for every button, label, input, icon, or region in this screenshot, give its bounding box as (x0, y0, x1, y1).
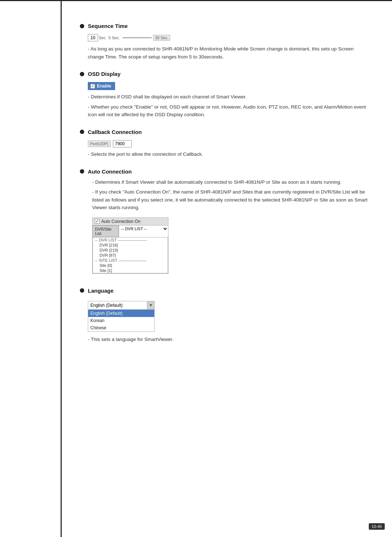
language-dropdown-row: ▼ (88, 301, 155, 310)
auto-connection-desc2: - If you check "Auto Connection On", the… (92, 188, 370, 212)
auto-connection-desc1: - Determines if Smart Viewer shall be au… (92, 178, 370, 186)
dvr-site-dropdown-container: -- DVR LIST -- (119, 225, 168, 237)
dvr-site-list-header: DVR/Site List -- DVR LIST -- (93, 225, 168, 237)
sequence-time-desc: - As long as you are connected to SHR-40… (88, 45, 370, 61)
sequence-time-slider[interactable] (123, 37, 152, 38)
callback-connection-title: Callback Connection (88, 129, 142, 135)
bullet-osd-display (80, 72, 84, 76)
osd-display-desc1: - Determines if OSD shall be displayed o… (88, 93, 370, 101)
osd-display-body: ✓ Enable - Determines if OSD shall be di… (88, 81, 370, 119)
dvr-site-dropdown[interactable]: -- DVR LIST -- (119, 225, 168, 232)
sequence-time-input[interactable] (88, 34, 98, 41)
dvr-site-label: DVR/Site List (93, 225, 119, 237)
osd-enable-checkbox-widget[interactable]: ✓ Enable (88, 82, 115, 90)
language-options: English (Default) Korean Chinese (88, 310, 155, 332)
dvr-list-item-site-1[interactable]: Site [1] (93, 268, 168, 273)
port-widget: Port(UDP) (88, 140, 132, 147)
main-content: Sequence Time Sec 5 Sec. 30 Sec. - As lo… (62, 0, 392, 537)
bullet-sequence-time (80, 24, 84, 28)
left-border (0, 0, 62, 537)
osd-display-desc2: - Whether you check "Enable" or not, OSD… (88, 103, 370, 119)
page-badge: 10-46 (369, 523, 385, 530)
osd-display-title: OSD Display (88, 71, 121, 77)
language-title: Language (88, 288, 114, 294)
dvr-list-item-site-0[interactable]: Site [0] (93, 263, 168, 268)
callback-desc: - Selects the port to allow the connecti… (88, 150, 370, 158)
auto-connection-checkbox-row[interactable]: ✓ Auto Connection On (93, 218, 168, 225)
auto-connection-header: Auto Connection (80, 168, 370, 175)
sequence-time-unit: Sec (99, 36, 106, 40)
port-input[interactable] (113, 140, 132, 147)
bullet-callback (80, 130, 84, 134)
dvr-list-box: -- DVR LIST ---------------------- DVR [… (93, 237, 168, 273)
osd-display-header: OSD Display (80, 71, 370, 77)
callback-connection-section: Callback Connection Port(UDP) - Selects … (80, 129, 370, 158)
sequence-time-section: Sequence Time Sec 5 Sec. 30 Sec. - As lo… (80, 23, 370, 61)
language-body: ▼ English (Default) Korean Chinese - Thi… (88, 297, 370, 343)
dvr-list-item-87[interactable]: DVR [87] (93, 253, 168, 258)
auto-connection-checkbox-label: Auto Connection On (101, 219, 140, 224)
auto-connection-title: Auto Connection (88, 168, 132, 175)
dvr-list-item-dvr-header: -- DVR LIST ---------------------- (93, 237, 168, 243)
callback-connection-body: Port(UDP) - Selects the port to allow th… (88, 139, 370, 158)
sequence-time-range-end: 30 Sec. (153, 35, 170, 41)
dvr-list-item-219[interactable]: DVR [219] (93, 248, 168, 253)
auto-connection-checkbox[interactable]: ✓ (95, 219, 99, 224)
sequence-time-body: Sec 5 Sec. 30 Sec. - As long as you are … (88, 33, 370, 61)
bullet-language (80, 288, 84, 293)
language-header: Language (80, 288, 370, 294)
auto-connection-widget: ✓ Auto Connection On DVR/Site List -- DV… (92, 217, 168, 274)
osd-enable-label: Enable (97, 84, 111, 89)
bullet-auto-connection (80, 169, 84, 174)
sequence-time-header: Sequence Time (80, 23, 370, 29)
language-option-chinese[interactable]: Chinese (88, 324, 154, 331)
sequence-time-range-start: 5 Sec. (109, 36, 120, 40)
language-desc: - This sets a language for SmartViewer. (88, 335, 370, 343)
callback-connection-header: Callback Connection (80, 129, 370, 135)
dvr-list-item-216[interactable]: DVR [216] (93, 243, 168, 248)
sequence-time-title: Sequence Time (88, 23, 128, 29)
auto-connection-section: Auto Connection - Determines if Smart Vi… (80, 168, 370, 277)
page-container: Sequence Time Sec 5 Sec. 30 Sec. - As lo… (0, 0, 392, 537)
language-section: Language ▼ English (Default) Korean Chin… (80, 288, 370, 343)
port-label: Port(UDP) (88, 141, 111, 147)
language-input[interactable] (88, 302, 147, 309)
osd-enable-checkbox[interactable]: ✓ (90, 84, 95, 89)
osd-display-section: OSD Display ✓ Enable - Determines if OSD… (80, 71, 370, 119)
language-widget: ▼ English (Default) Korean Chinese (88, 301, 155, 332)
language-arrow-icon[interactable]: ▼ (147, 301, 154, 309)
dvr-list-item-site-header: -- SITE LIST --------------------- (93, 258, 168, 263)
auto-connection-body: - Determines if Smart Viewer shall be au… (88, 178, 370, 277)
language-option-korean[interactable]: Korean (88, 317, 154, 324)
language-option-english[interactable]: English (Default) (88, 310, 154, 317)
sequence-time-widget: Sec 5 Sec. 30 Sec. (88, 34, 170, 41)
